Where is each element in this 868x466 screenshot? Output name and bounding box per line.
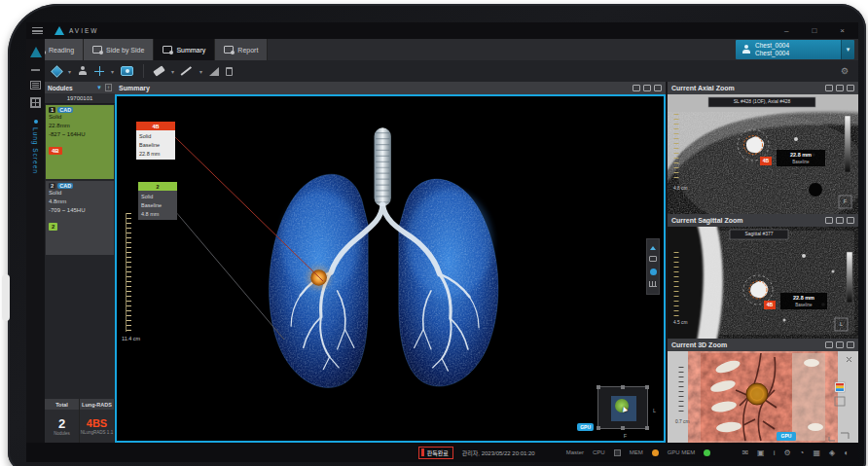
copy-status-icon[interactable]: ▣ xyxy=(757,448,765,457)
axial-ruler-label: 4.8 cm xyxy=(673,186,687,191)
sagittal-panel-title: Current Sagittal Zoom xyxy=(671,217,743,224)
3d-volume-image: 0.7 cm GPU xyxy=(668,351,858,443)
orientation-navigator[interactable]: ▲ xyxy=(597,386,648,429)
titlebar: AVIEW – □ × xyxy=(26,22,858,39)
chart-mini-icon[interactable] xyxy=(649,281,657,287)
nodule-card-1[interactable]: 1 CAD Solid 22.8mm -827 ~ 164HU 4B xyxy=(46,105,114,179)
orientation-thumbnail[interactable]: ▲ xyxy=(611,396,636,421)
collapse-icon[interactable] xyxy=(31,69,40,71)
notification-icon[interactable]: ◈ xyxy=(829,448,835,457)
sagittal-panel-header: Current Sagittal Zoom xyxy=(668,214,858,227)
pan-cursor-icon: ▲ xyxy=(618,403,630,414)
angle-tool[interactable] xyxy=(209,67,219,76)
user-tool[interactable] xyxy=(78,66,88,76)
axial-tooltip-baseline: Baseline xyxy=(792,160,810,164)
3d-lung-viewport[interactable]: 4B Solid Baseline 22.8 mm 2 Solid Baseli… xyxy=(115,94,666,443)
settings-gear-icon[interactable]: ⚙ xyxy=(841,66,849,76)
maximize-button[interactable]: □ xyxy=(812,26,816,35)
patient-dropdown-caret[interactable]: ▾ xyxy=(841,40,854,59)
tab-label: Report xyxy=(237,47,258,54)
monitor-icon[interactable]: ▦ xyxy=(813,448,820,457)
snapshot-icon[interactable] xyxy=(825,85,833,91)
nodule-card-2[interactable]: 2 CAD Solid 4.8mm -709 ~ 145HU 2 xyxy=(46,181,114,255)
maximize-panel-icon[interactable] xyxy=(654,85,662,91)
rail-menu-icon[interactable] xyxy=(30,81,41,90)
tab-label: Summary xyxy=(176,47,205,54)
measure-tool[interactable] xyxy=(181,66,193,76)
maximize-panel-icon[interactable] xyxy=(847,217,854,224)
nodule-annotation-2[interactable]: 2 Solid Baseline 4.8 mm xyxy=(138,182,177,220)
sagittal-orientation-letter: L xyxy=(840,321,843,327)
tab-side-by-side[interactable]: Side by Side xyxy=(84,39,154,60)
viewport-mini-toolbar xyxy=(646,238,660,295)
left-rail: Lung Screen xyxy=(26,39,45,443)
maximize-panel-icon[interactable] xyxy=(847,85,854,91)
crosshair-tool[interactable] xyxy=(94,66,104,76)
crosshair-dropdown-caret[interactable]: ▾ xyxy=(111,68,114,75)
delete-tool[interactable] xyxy=(226,67,233,76)
eraser-dropdown-caret[interactable]: ▾ xyxy=(171,68,174,75)
scale-ruler xyxy=(126,213,131,332)
filter-icon[interactable]: ▼ xyxy=(96,85,102,90)
window-controls: – □ × xyxy=(784,26,845,35)
snapshot-mini-icon[interactable] xyxy=(649,256,657,262)
totals-summary: Total Lung-RADS 2 Nodules 4BS NLungRADS … xyxy=(45,399,115,443)
mem-label: MEM xyxy=(630,449,643,455)
copy-icon[interactable] xyxy=(836,341,844,348)
power-icon[interactable]: ◐ xyxy=(844,448,849,457)
tab-report[interactable]: Report xyxy=(215,39,268,60)
patient-selector[interactable]: Chest_0004 Chest_0004 ▾ xyxy=(736,40,854,59)
chevron-up-icon[interactable] xyxy=(650,246,656,250)
patient-study-current: Chest_0004 xyxy=(755,42,789,50)
axial-ct-view[interactable]: SL #428 (1OF), Axial #428 4B 22.8 mm Bas… xyxy=(668,94,858,214)
minimize-button[interactable]: – xyxy=(784,26,788,35)
sagittal-tooltip-baseline: Baseline xyxy=(795,303,813,307)
diamond-nav-icon xyxy=(51,65,63,78)
annotation-leader-lines xyxy=(117,96,664,441)
sagittal-ct-view[interactable]: Sagittal #377 4B 22.8 mm Baseline 4.5 cm… xyxy=(668,227,858,339)
annotation-timepoint: Baseline xyxy=(139,141,172,150)
snapshot-icon[interactable] xyxy=(825,217,833,224)
nodule-annotation-1[interactable]: 4B Solid Baseline 22.8 mm xyxy=(136,122,175,160)
settings-icon[interactable]: ⚙ xyxy=(783,448,790,457)
message-icon[interactable]: ✉ xyxy=(741,448,748,457)
3d-volume-view[interactable]: 0.7 cm GPU xyxy=(668,351,858,443)
nodule-hu-range: -709 ~ 145HU xyxy=(49,206,111,215)
layout-grid-icon[interactable] xyxy=(30,97,41,108)
eraser-tool[interactable] xyxy=(154,68,164,74)
annotation-timepoint: Baseline xyxy=(141,201,174,210)
info-icon[interactable]: i xyxy=(774,448,776,457)
maximize-panel-icon[interactable] xyxy=(847,341,854,348)
toolbar: ▾ ▾ ▾ ▾ ⚙ xyxy=(45,60,858,82)
copy-icon[interactable] xyxy=(836,85,844,91)
orientation-letter-right: L xyxy=(653,408,656,413)
measure-dropdown-caret[interactable]: ▾ xyxy=(199,68,202,75)
snapshot-icon[interactable] xyxy=(825,341,833,348)
patient-icon xyxy=(741,45,751,54)
aview-rail-logo-icon xyxy=(30,47,42,57)
user-mini-icon[interactable] xyxy=(650,269,657,275)
sagittal-tooltip-size: 22.8 mm xyxy=(793,295,814,301)
tab-summary[interactable]: Summary xyxy=(154,39,215,60)
snapshot-icon[interactable] xyxy=(633,85,640,91)
study-date[interactable]: 19700101 xyxy=(45,93,115,104)
zoom-panels-column: Current Axial Zoom xyxy=(668,82,858,443)
scale-ruler-label: 11.4 cm xyxy=(122,336,140,341)
nodule-type: Solid xyxy=(49,113,111,122)
3d-zoom-panel: Current 3D Zoom xyxy=(668,339,858,443)
sort-icon[interactable]: ↑ xyxy=(105,84,112,91)
axial-zoom-panel: Current Axial Zoom xyxy=(668,82,858,214)
patient-study-prior: Chest_0004 xyxy=(755,50,789,57)
close-button[interactable]: × xyxy=(840,26,845,35)
menu-icon[interactable] xyxy=(32,27,43,34)
navigation-tool[interactable] xyxy=(53,67,61,76)
capture-tool[interactable] xyxy=(121,66,133,76)
copy-icon[interactable] xyxy=(643,85,651,91)
3d-ruler-label: 0.7 cm xyxy=(675,419,689,424)
copy-icon[interactable] xyxy=(836,217,844,224)
clock-icon[interactable]: ◔ xyxy=(800,448,805,457)
ruler-measure-icon xyxy=(181,66,193,76)
summary-panel-title: Summary xyxy=(119,85,150,91)
device-side-button xyxy=(2,274,10,321)
nav-dropdown-caret[interactable]: ▾ xyxy=(68,68,71,75)
